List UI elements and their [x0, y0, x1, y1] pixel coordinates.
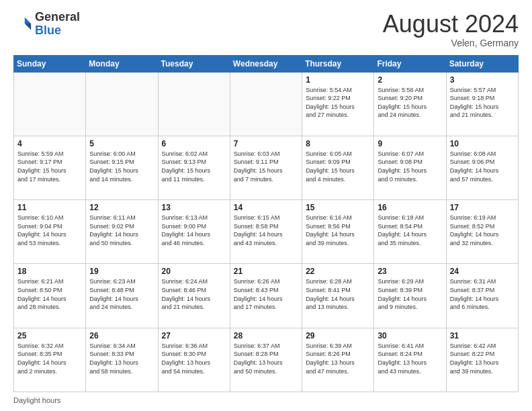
day-number: 3 [450, 75, 515, 85]
day-info: Sunrise: 6:32 AM Sunset: 8:35 PM Dayligh… [17, 342, 82, 375]
day-info: Sunrise: 6:28 AM Sunset: 8:41 PM Dayligh… [306, 277, 370, 311]
day-number: 18 [17, 267, 82, 276]
day-info: Sunrise: 6:21 AM Sunset: 8:50 PM Dayligh… [17, 277, 82, 311]
calendar-cell: 16Sunrise: 6:18 AM Sunset: 8:54 PM Dayli… [374, 200, 446, 264]
day-info: Sunrise: 6:07 AM Sunset: 9:08 PM Dayligh… [378, 150, 442, 183]
calendar-cell: 30Sunrise: 6:41 AM Sunset: 8:24 PM Dayli… [374, 328, 446, 392]
calendar-cell: 4Sunrise: 5:59 AM Sunset: 9:17 PM Daylig… [14, 136, 86, 199]
calendar-week-2: 4Sunrise: 5:59 AM Sunset: 9:17 PM Daylig… [14, 136, 519, 199]
calendar-cell: 26Sunrise: 6:34 AM Sunset: 8:33 PM Dayli… [86, 328, 158, 392]
day-info: Sunrise: 6:41 AM Sunset: 8:24 PM Dayligh… [378, 342, 442, 375]
day-number: 7 [234, 139, 298, 148]
footer: Daylight hours [13, 396, 519, 404]
calendar-cell: 29Sunrise: 6:39 AM Sunset: 8:26 PM Dayli… [302, 328, 374, 392]
day-number: 26 [89, 331, 154, 340]
day-number: 21 [234, 267, 298, 276]
calendar-cell: 23Sunrise: 6:29 AM Sunset: 8:39 PM Dayli… [374, 264, 446, 328]
calendar-cell: 13Sunrise: 6:13 AM Sunset: 9:00 PM Dayli… [158, 200, 230, 264]
day-info: Sunrise: 6:03 AM Sunset: 9:11 PM Dayligh… [234, 150, 298, 183]
calendar-cell: 2Sunrise: 5:56 AM Sunset: 9:20 PM Daylig… [374, 72, 446, 136]
day-info: Sunrise: 6:05 AM Sunset: 9:09 PM Dayligh… [306, 150, 370, 183]
day-info: Sunrise: 5:59 AM Sunset: 9:17 PM Dayligh… [17, 150, 82, 183]
title-block: August 2024 Velen, Germany [383, 11, 519, 48]
logo-blue-text: Blue [35, 24, 61, 37]
day-number: 23 [378, 267, 442, 276]
calendar-cell: 20Sunrise: 6:24 AM Sunset: 8:46 PM Dayli… [158, 264, 230, 328]
calendar-cell [230, 72, 302, 136]
day-number: 6 [162, 139, 226, 148]
calendar-cell [14, 72, 86, 136]
calendar-week-4: 18Sunrise: 6:21 AM Sunset: 8:50 PM Dayli… [14, 264, 519, 328]
header-tuesday: Tuesday [158, 55, 230, 72]
day-number: 2 [378, 75, 442, 85]
page: General Blue August 2024 Velen, Germany … [0, 0, 532, 411]
day-info: Sunrise: 6:36 AM Sunset: 8:30 PM Dayligh… [162, 342, 226, 375]
day-info: Sunrise: 6:23 AM Sunset: 8:48 PM Dayligh… [89, 277, 154, 311]
day-info: Sunrise: 6:10 AM Sunset: 9:04 PM Dayligh… [17, 214, 82, 247]
day-number: 19 [89, 267, 154, 276]
day-info: Sunrise: 6:19 AM Sunset: 8:52 PM Dayligh… [450, 214, 515, 247]
header: General Blue August 2024 Velen, Germany [13, 11, 519, 48]
footer-label: Daylight hours [13, 396, 60, 404]
calendar-cell: 17Sunrise: 6:19 AM Sunset: 8:52 PM Dayli… [446, 200, 518, 264]
day-number: 30 [378, 331, 442, 340]
day-info: Sunrise: 6:34 AM Sunset: 8:33 PM Dayligh… [89, 342, 154, 375]
header-monday: Monday [86, 55, 158, 72]
calendar-cell: 25Sunrise: 6:32 AM Sunset: 8:35 PM Dayli… [14, 328, 86, 392]
calendar-cell: 5Sunrise: 6:00 AM Sunset: 9:15 PM Daylig… [86, 136, 158, 199]
header-sunday: Sunday [14, 55, 86, 72]
day-number: 14 [234, 203, 298, 212]
logo-general-text: General [35, 10, 80, 24]
calendar-table: Sunday Monday Tuesday Wednesday Thursday… [13, 55, 519, 392]
logo: General Blue [13, 11, 80, 38]
calendar-cell: 27Sunrise: 6:36 AM Sunset: 8:30 PM Dayli… [158, 328, 230, 392]
day-info: Sunrise: 6:16 AM Sunset: 8:56 PM Dayligh… [306, 214, 370, 247]
calendar-cell: 19Sunrise: 6:23 AM Sunset: 8:48 PM Dayli… [86, 264, 158, 328]
calendar-cell: 6Sunrise: 6:02 AM Sunset: 9:13 PM Daylig… [158, 136, 230, 199]
day-number: 10 [450, 139, 515, 148]
day-info: Sunrise: 6:11 AM Sunset: 9:02 PM Dayligh… [89, 214, 154, 247]
day-number: 16 [378, 203, 442, 212]
calendar-cell: 18Sunrise: 6:21 AM Sunset: 8:50 PM Dayli… [14, 264, 86, 328]
day-info: Sunrise: 6:08 AM Sunset: 9:06 PM Dayligh… [450, 150, 515, 183]
calendar-cell: 3Sunrise: 5:57 AM Sunset: 9:18 PM Daylig… [446, 72, 518, 136]
calendar-cell [158, 72, 230, 136]
day-number: 11 [17, 203, 82, 212]
calendar-cell: 10Sunrise: 6:08 AM Sunset: 9:06 PM Dayli… [446, 136, 518, 199]
day-info: Sunrise: 6:00 AM Sunset: 9:15 PM Dayligh… [89, 150, 154, 183]
calendar-week-5: 25Sunrise: 6:32 AM Sunset: 8:35 PM Dayli… [14, 328, 519, 392]
day-number: 5 [89, 139, 154, 148]
day-number: 28 [234, 331, 298, 340]
day-info: Sunrise: 6:31 AM Sunset: 8:37 PM Dayligh… [450, 277, 515, 311]
calendar-cell: 12Sunrise: 6:11 AM Sunset: 9:02 PM Dayli… [86, 200, 158, 264]
logo-icon [13, 15, 32, 34]
header-wednesday: Wednesday [230, 55, 302, 72]
day-number: 24 [450, 267, 515, 276]
logo-text: General Blue [35, 11, 80, 38]
calendar-cell: 21Sunrise: 6:26 AM Sunset: 8:43 PM Dayli… [230, 264, 302, 328]
days-header-row: Sunday Monday Tuesday Wednesday Thursday… [14, 55, 519, 72]
calendar-cell: 14Sunrise: 6:15 AM Sunset: 8:58 PM Dayli… [230, 200, 302, 264]
day-info: Sunrise: 6:02 AM Sunset: 9:13 PM Dayligh… [162, 150, 226, 183]
day-number: 29 [306, 331, 370, 340]
day-info: Sunrise: 6:26 AM Sunset: 8:43 PM Dayligh… [234, 277, 298, 311]
calendar-cell [86, 72, 158, 136]
day-number: 22 [306, 267, 370, 276]
day-number: 25 [17, 331, 82, 340]
header-friday: Friday [374, 55, 446, 72]
calendar-cell: 28Sunrise: 6:37 AM Sunset: 8:28 PM Dayli… [230, 328, 302, 392]
day-number: 1 [306, 75, 370, 85]
calendar-cell: 31Sunrise: 6:42 AM Sunset: 8:22 PM Dayli… [446, 328, 518, 392]
day-info: Sunrise: 6:42 AM Sunset: 8:22 PM Dayligh… [450, 342, 515, 375]
day-number: 4 [17, 139, 82, 148]
day-number: 12 [89, 203, 154, 212]
day-info: Sunrise: 6:37 AM Sunset: 8:28 PM Dayligh… [234, 342, 298, 375]
location: Velen, Germany [383, 38, 519, 48]
calendar-cell: 7Sunrise: 6:03 AM Sunset: 9:11 PM Daylig… [230, 136, 302, 199]
calendar-cell: 11Sunrise: 6:10 AM Sunset: 9:04 PM Dayli… [14, 200, 86, 264]
day-info: Sunrise: 5:54 AM Sunset: 9:22 PM Dayligh… [306, 86, 370, 120]
day-info: Sunrise: 6:39 AM Sunset: 8:26 PM Dayligh… [306, 342, 370, 375]
day-info: Sunrise: 6:24 AM Sunset: 8:46 PM Dayligh… [162, 277, 226, 311]
day-number: 20 [162, 267, 226, 276]
month-title: August 2024 [383, 11, 519, 38]
